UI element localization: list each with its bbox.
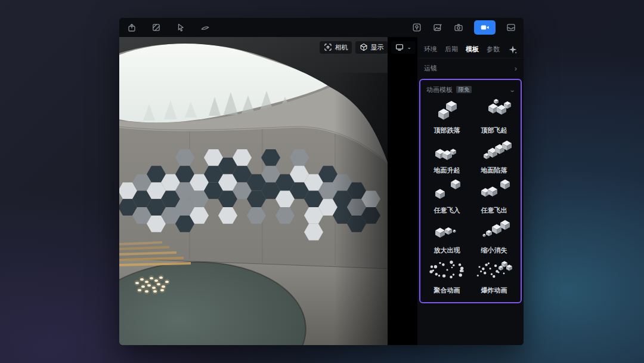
template-particles-gather[interactable]: 聚合动画 — [423, 257, 470, 297]
camera-button-label: 相机 — [335, 43, 348, 52]
view-mode-dropdown[interactable]: ⌄ — [391, 41, 416, 54]
animation-templates-section: 动画模板 限免 ⌄ 顶部跌落 顶部飞起 地面升起 地面陷落 任意飞入 任意飞出 — [419, 79, 522, 303]
image-sparkle-icon[interactable] — [432, 22, 443, 33]
template-label: 地面陷落 — [481, 166, 507, 175]
display-button-label: 显示 — [370, 43, 383, 52]
cubes-shrink-disappear-icon — [471, 217, 518, 245]
template-cubes-zoom-appear[interactable]: 放大出现 — [423, 217, 470, 257]
chevron-right-icon: › — [515, 64, 517, 72]
template-label: 顶部跌落 — [434, 126, 460, 135]
tab-3[interactable]: 参数 — [487, 45, 500, 54]
export-box-icon[interactable] — [126, 22, 137, 33]
template-label: 任意飞入 — [434, 206, 460, 215]
chevron-down-icon: ⌄ — [509, 87, 516, 93]
sparkle-icon[interactable] — [508, 45, 517, 54]
template-cubes-fly-out[interactable]: 任意飞出 — [470, 177, 518, 217]
template-label: 爆炸动画 — [481, 286, 507, 295]
free-badge: 限免 — [456, 86, 472, 94]
template-label: 顶部飞起 — [481, 126, 507, 135]
cube-icon — [360, 43, 368, 53]
animation-templates-grid: 顶部跌落 顶部飞起 地面升起 地面陷落 任意飞入 任意飞出 放大出现 缩小消失 — [423, 97, 518, 297]
particles-explode-icon — [471, 257, 518, 285]
template-label: 任意飞出 — [481, 206, 507, 215]
display-button[interactable]: 显示 — [355, 41, 388, 54]
template-label: 放大出现 — [434, 246, 460, 255]
template-cubes-rise-ground[interactable]: 地面升起 — [423, 137, 470, 177]
cubes-rise-ground-icon — [424, 137, 470, 165]
template-particles-explode[interactable]: 爆炸动画 — [470, 257, 518, 297]
cubes-fly-in-icon — [424, 177, 470, 205]
pin-icon[interactable] — [411, 22, 422, 33]
sweep-icon[interactable] — [200, 22, 210, 33]
cubes-drop-top-icon — [424, 97, 470, 125]
camera-move-row[interactable]: 运镜 › — [417, 58, 524, 78]
template-cubes-drop-top[interactable]: 顶部跌落 — [423, 97, 470, 137]
tab-0[interactable]: 环境 — [424, 45, 437, 54]
cubes-sink-ground-icon — [471, 137, 518, 165]
toolbar-left-group — [126, 22, 210, 33]
main-content: 相机 显示 ⌄ 环境后期模板参数 运镜 › 动画模板 — [119, 37, 524, 345]
template-cubes-fly-in[interactable]: 任意飞入 — [423, 177, 470, 217]
tab-2[interactable]: 模板 — [466, 45, 479, 54]
toolbar-right-group — [411, 20, 516, 35]
tab-1[interactable]: 后期 — [445, 45, 458, 54]
template-cubes-fly-top[interactable]: 顶部飞起 — [470, 97, 518, 137]
template-cubes-shrink-disappear[interactable]: 缩小消失 — [470, 217, 518, 257]
template-label: 聚合动画 — [434, 286, 460, 295]
render-scene-image — [119, 37, 388, 345]
right-panel: 环境后期模板参数 运镜 › 动画模板 限免 ⌄ 顶部跌落 顶部飞起 地面升起 — [417, 37, 524, 345]
camera-move-label: 运镜 — [424, 64, 437, 73]
camera-icon[interactable] — [453, 22, 464, 33]
viewport-toolbar: 相机 显示 ⌄ — [320, 41, 416, 54]
template-cubes-sink-ground[interactable]: 地面陷落 — [470, 137, 518, 177]
material-grid-icon[interactable] — [151, 22, 162, 33]
video-icon[interactable] — [474, 20, 496, 35]
monitor-icon — [395, 43, 404, 53]
panel-tabs: 环境后期模板参数 — [417, 40, 524, 58]
cubes-fly-out-icon — [471, 177, 518, 205]
chevron-down-icon: ⌄ — [407, 44, 411, 50]
animation-templates-header[interactable]: 动画模板 限免 ⌄ — [423, 84, 518, 95]
particles-gather-icon — [424, 257, 470, 285]
cubes-zoom-appear-icon — [424, 217, 470, 245]
cursor-icon[interactable] — [175, 22, 186, 33]
animation-templates-title: 动画模板 — [426, 85, 453, 94]
cubes-fly-top-icon — [471, 97, 518, 125]
app-window: 相机 显示 ⌄ 环境后期模板参数 运镜 › 动画模板 — [119, 18, 524, 345]
inbox-icon[interactable] — [506, 22, 516, 33]
top-toolbar — [119, 18, 524, 37]
camera-button[interactable]: 相机 — [320, 41, 352, 54]
3d-viewport[interactable]: 相机 显示 ⌄ — [119, 37, 417, 345]
template-label: 缩小消失 — [481, 246, 507, 255]
viewfinder-icon — [324, 43, 332, 53]
template-label: 地面升起 — [434, 166, 460, 175]
